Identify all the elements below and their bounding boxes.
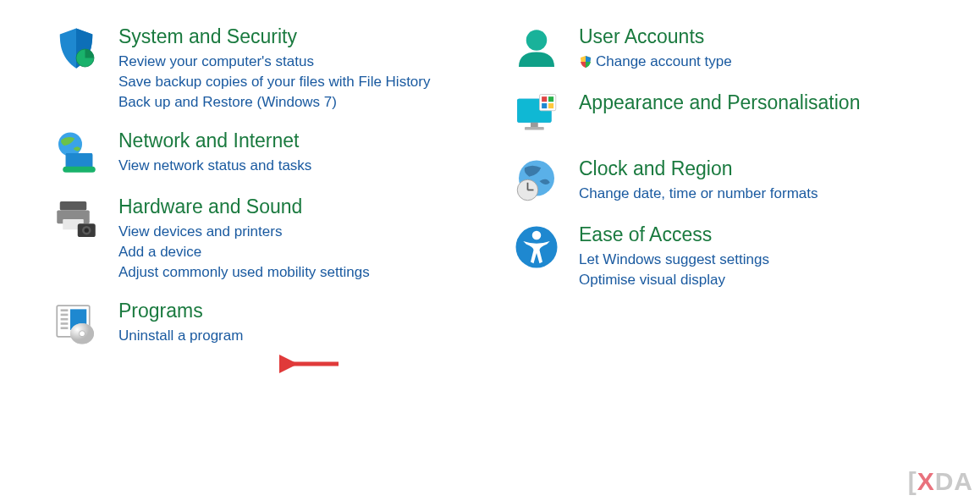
category-title-programs[interactable]: Programs — [118, 300, 243, 322]
link-devices-printers[interactable]: View devices and printers — [118, 223, 370, 240]
category-network: Network and Internet View network status… — [51, 129, 486, 180]
programs-icon — [51, 300, 102, 350]
link-mobility[interactable]: Adjust commonly used mobility settings — [118, 264, 370, 281]
svg-rect-17 — [61, 322, 69, 325]
annotation-arrow-icon — [279, 351, 347, 377]
category-ease: Ease of Access Let Windows suggest setti… — [511, 223, 946, 292]
link-review-status[interactable]: Review your computer's status — [118, 53, 431, 70]
link-network-status[interactable]: View network status and tasks — [118, 157, 311, 174]
svg-rect-6 — [60, 201, 87, 211]
link-change-account-type[interactable]: Change account type — [579, 53, 732, 70]
globe-network-icon — [51, 129, 102, 180]
category-title-hardware[interactable]: Hardware and Sound — [118, 195, 370, 218]
svg-point-12 — [85, 228, 89, 233]
svg-rect-30 — [548, 96, 553, 102]
category-system-security: System and Security Review your computer… — [51, 25, 486, 114]
link-date-time-formats[interactable]: Change date, time or number formats — [579, 185, 818, 202]
accessibility-icon — [511, 223, 562, 274]
category-clock: Clock and Region Change date, time or nu… — [511, 157, 946, 208]
link-change-account-type-label: Change account type — [596, 53, 732, 70]
category-users: User Accounts Change account type — [511, 25, 946, 76]
svg-rect-27 — [525, 127, 544, 130]
globe-clock-icon — [511, 157, 562, 208]
left-column: System and Security Review your computer… — [51, 25, 486, 366]
printer-camera-icon — [51, 195, 102, 246]
link-file-history[interactable]: Save backup copies of your files with Fi… — [118, 74, 431, 91]
svg-rect-29 — [542, 96, 547, 102]
svg-rect-18 — [61, 327, 69, 329]
category-title-users[interactable]: User Accounts — [579, 25, 732, 48]
svg-point-22 — [80, 331, 85, 337]
svg-rect-16 — [61, 318, 69, 321]
svg-point-2 — [58, 133, 82, 157]
control-panel-categories: System and Security Review your computer… — [0, 0, 980, 366]
link-suggest-settings[interactable]: Let Windows suggest settings — [579, 251, 769, 268]
svg-rect-31 — [542, 103, 547, 108]
watermark-rest: DA — [935, 467, 973, 496]
category-title-clock[interactable]: Clock and Region — [579, 157, 818, 180]
svg-rect-5 — [63, 167, 96, 173]
svg-rect-26 — [531, 123, 538, 127]
link-optimise-display[interactable]: Optimise visual display — [579, 272, 769, 289]
category-hardware: Hardware and Sound View devices and prin… — [51, 195, 486, 284]
uac-shield-icon — [579, 55, 592, 69]
svg-rect-32 — [548, 103, 553, 108]
category-title-system[interactable]: System and Security — [118, 25, 431, 48]
watermark-bracket: [ — [908, 467, 917, 496]
category-programs: Programs Uninstall a program — [51, 300, 486, 350]
category-appearance: Appearance and Personalisation — [511, 91, 946, 142]
link-backup-restore[interactable]: Back up and Restore (Windows 7) — [118, 94, 431, 111]
user-icon — [511, 25, 562, 76]
link-uninstall-program[interactable]: Uninstall a program — [118, 328, 243, 344]
category-title-ease[interactable]: Ease of Access — [579, 223, 769, 246]
svg-rect-15 — [61, 314, 69, 317]
monitor-icon — [511, 91, 562, 142]
svg-point-38 — [532, 231, 542, 240]
category-title-appearance[interactable]: Appearance and Personalisation — [579, 91, 860, 114]
svg-rect-14 — [61, 309, 69, 311]
xda-watermark: [XDA — [908, 467, 973, 496]
right-column: User Accounts Change account type — [511, 25, 946, 366]
category-title-network[interactable]: Network and Internet — [118, 129, 311, 152]
watermark-x: X — [917, 467, 935, 496]
svg-point-23 — [526, 30, 548, 51]
link-add-device[interactable]: Add a device — [118, 244, 370, 261]
shield-icon — [51, 25, 102, 76]
